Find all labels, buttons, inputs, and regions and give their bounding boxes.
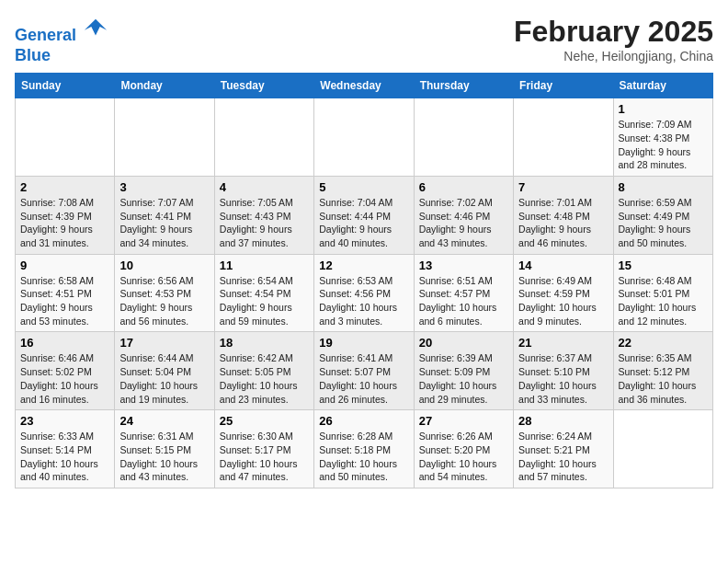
logo-text2: Blue: [15, 46, 108, 66]
day-info: Sunrise: 7:04 AM Sunset: 4:44 PM Dayligh…: [319, 196, 408, 250]
weekday-header-friday: Friday: [514, 74, 613, 98]
day-info: Sunrise: 6:46 AM Sunset: 5:02 PM Dayligh…: [20, 351, 109, 406]
calendar-cell: 27Sunrise: 6:26 AM Sunset: 5:20 PM Dayli…: [414, 410, 513, 488]
calendar-cell: 17Sunrise: 6:44 AM Sunset: 5:04 PM Dayli…: [115, 332, 214, 410]
logo: General Blue: [15, 15, 108, 65]
calendar-cell: 4Sunrise: 7:05 AM Sunset: 4:43 PM Daylig…: [214, 176, 313, 254]
calendar-week-row: 16Sunrise: 6:46 AM Sunset: 5:02 PM Dayli…: [16, 332, 713, 410]
day-number: 22: [619, 336, 708, 350]
day-number: 1: [619, 102, 708, 116]
calendar-cell: 15Sunrise: 6:48 AM Sunset: 5:01 PM Dayli…: [613, 254, 712, 332]
day-number: 15: [619, 259, 708, 272]
calendar-cell: 2Sunrise: 7:08 AM Sunset: 4:39 PM Daylig…: [16, 176, 115, 254]
day-number: 11: [220, 259, 309, 272]
day-info: Sunrise: 6:35 AM Sunset: 5:12 PM Dayligh…: [619, 351, 708, 406]
day-number: 24: [119, 414, 209, 428]
day-info: Sunrise: 7:08 AM Sunset: 4:39 PM Dayligh…: [20, 196, 109, 250]
month-title: February 2025: [514, 15, 713, 49]
day-info: Sunrise: 6:58 AM Sunset: 4:51 PM Dayligh…: [20, 274, 109, 328]
calendar-week-row: 23Sunrise: 6:33 AM Sunset: 5:14 PM Dayli…: [16, 410, 713, 488]
calendar-cell: [115, 98, 214, 177]
calendar-cell: 28Sunrise: 6:24 AM Sunset: 5:21 PM Dayli…: [514, 410, 613, 488]
day-number: 26: [319, 414, 408, 428]
calendar-cell: 26Sunrise: 6:28 AM Sunset: 5:18 PM Dayli…: [314, 410, 414, 488]
day-number: 23: [20, 414, 109, 428]
day-number: 16: [20, 336, 109, 350]
day-number: 17: [119, 336, 209, 350]
day-info: Sunrise: 7:02 AM Sunset: 4:46 PM Dayligh…: [419, 196, 508, 250]
logo-text: General: [15, 15, 108, 46]
day-number: 8: [619, 180, 708, 194]
calendar-cell: 14Sunrise: 6:49 AM Sunset: 4:59 PM Dayli…: [514, 254, 613, 332]
title-section: February 2025 Nehe, Heilongjiang, China: [514, 15, 713, 63]
day-number: 3: [119, 180, 209, 194]
calendar-cell: 18Sunrise: 6:42 AM Sunset: 5:05 PM Dayli…: [214, 332, 313, 410]
day-info: Sunrise: 7:09 AM Sunset: 4:38 PM Dayligh…: [619, 118, 708, 172]
day-number: 10: [119, 259, 209, 272]
calendar-week-row: 2Sunrise: 7:08 AM Sunset: 4:39 PM Daylig…: [16, 176, 713, 254]
day-number: 4: [220, 180, 309, 194]
svg-marker-0: [85, 19, 107, 36]
calendar-cell: 25Sunrise: 6:30 AM Sunset: 5:17 PM Dayli…: [214, 410, 313, 488]
weekday-header-thursday: Thursday: [414, 74, 513, 98]
calendar-cell: 7Sunrise: 7:01 AM Sunset: 4:48 PM Daylig…: [514, 176, 613, 254]
day-number: 28: [518, 414, 608, 428]
calendar-cell: 10Sunrise: 6:56 AM Sunset: 4:53 PM Dayli…: [115, 254, 214, 332]
day-number: 27: [419, 414, 508, 428]
weekday-header-monday: Monday: [115, 74, 214, 98]
day-number: 18: [220, 336, 309, 350]
day-info: Sunrise: 6:30 AM Sunset: 5:17 PM Dayligh…: [220, 430, 309, 484]
calendar-cell: 12Sunrise: 6:53 AM Sunset: 4:56 PM Dayli…: [314, 254, 414, 332]
day-number: 21: [518, 336, 608, 350]
calendar-cell: 8Sunrise: 6:59 AM Sunset: 4:49 PM Daylig…: [613, 176, 712, 254]
calendar-table: SundayMondayTuesdayWednesdayThursdayFrid…: [15, 73, 713, 488]
calendar-cell: [414, 98, 513, 177]
calendar-cell: 24Sunrise: 6:31 AM Sunset: 5:15 PM Dayli…: [115, 410, 214, 488]
day-info: Sunrise: 6:59 AM Sunset: 4:49 PM Dayligh…: [619, 196, 708, 250]
calendar-cell: 22Sunrise: 6:35 AM Sunset: 5:12 PM Dayli…: [613, 332, 712, 410]
day-info: Sunrise: 6:56 AM Sunset: 4:53 PM Dayligh…: [119, 274, 209, 328]
day-info: Sunrise: 6:49 AM Sunset: 4:59 PM Dayligh…: [518, 274, 608, 328]
day-info: Sunrise: 6:31 AM Sunset: 5:15 PM Dayligh…: [119, 430, 209, 484]
calendar-cell: 20Sunrise: 6:39 AM Sunset: 5:09 PM Dayli…: [414, 332, 513, 410]
day-info: Sunrise: 6:28 AM Sunset: 5:18 PM Dayligh…: [319, 430, 408, 484]
weekday-header-sunday: Sunday: [16, 74, 115, 98]
calendar-cell: 3Sunrise: 7:07 AM Sunset: 4:41 PM Daylig…: [115, 176, 214, 254]
calendar-cell: [514, 98, 613, 177]
calendar-cell: 6Sunrise: 7:02 AM Sunset: 4:46 PM Daylig…: [414, 176, 513, 254]
weekday-header-row: SundayMondayTuesdayWednesdayThursdayFrid…: [16, 74, 713, 98]
day-number: 20: [419, 336, 508, 350]
calendar-cell: 1Sunrise: 7:09 AM Sunset: 4:38 PM Daylig…: [613, 98, 712, 177]
calendar-week-row: 9Sunrise: 6:58 AM Sunset: 4:51 PM Daylig…: [16, 254, 713, 332]
location: Nehe, Heilongjiang, China: [514, 49, 713, 63]
weekday-header-wednesday: Wednesday: [314, 74, 414, 98]
day-number: 7: [518, 180, 608, 194]
calendar-cell: [314, 98, 414, 177]
day-info: Sunrise: 7:07 AM Sunset: 4:41 PM Dayligh…: [119, 196, 209, 250]
day-info: Sunrise: 6:39 AM Sunset: 5:09 PM Dayligh…: [419, 351, 508, 406]
day-info: Sunrise: 6:41 AM Sunset: 5:07 PM Dayligh…: [319, 351, 408, 406]
day-number: 5: [319, 180, 408, 194]
day-info: Sunrise: 6:26 AM Sunset: 5:20 PM Dayligh…: [419, 430, 508, 484]
day-number: 2: [20, 180, 109, 194]
day-number: 19: [319, 336, 408, 350]
calendar-cell: 23Sunrise: 6:33 AM Sunset: 5:14 PM Dayli…: [16, 410, 115, 488]
calendar-week-row: 1Sunrise: 7:09 AM Sunset: 4:38 PM Daylig…: [16, 98, 713, 177]
day-info: Sunrise: 6:44 AM Sunset: 5:04 PM Dayligh…: [119, 351, 209, 406]
weekday-header-tuesday: Tuesday: [214, 74, 313, 98]
calendar-cell: [16, 98, 115, 177]
day-number: 14: [518, 259, 608, 272]
day-info: Sunrise: 6:48 AM Sunset: 5:01 PM Dayligh…: [619, 274, 708, 328]
day-number: 9: [20, 259, 109, 272]
calendar-cell: 13Sunrise: 6:51 AM Sunset: 4:57 PM Dayli…: [414, 254, 513, 332]
day-info: Sunrise: 6:37 AM Sunset: 5:10 PM Dayligh…: [518, 351, 608, 406]
page-header: General Blue February 2025 Nehe, Heilong…: [15, 15, 713, 65]
calendar-cell: 9Sunrise: 6:58 AM Sunset: 4:51 PM Daylig…: [16, 254, 115, 332]
calendar-cell: [613, 410, 712, 488]
weekday-header-saturday: Saturday: [613, 74, 712, 98]
day-info: Sunrise: 7:05 AM Sunset: 4:43 PM Dayligh…: [220, 196, 309, 250]
day-info: Sunrise: 6:24 AM Sunset: 5:21 PM Dayligh…: [518, 430, 608, 484]
calendar-cell: 5Sunrise: 7:04 AM Sunset: 4:44 PM Daylig…: [314, 176, 414, 254]
calendar-cell: 19Sunrise: 6:41 AM Sunset: 5:07 PM Dayli…: [314, 332, 414, 410]
day-number: 6: [419, 180, 508, 194]
